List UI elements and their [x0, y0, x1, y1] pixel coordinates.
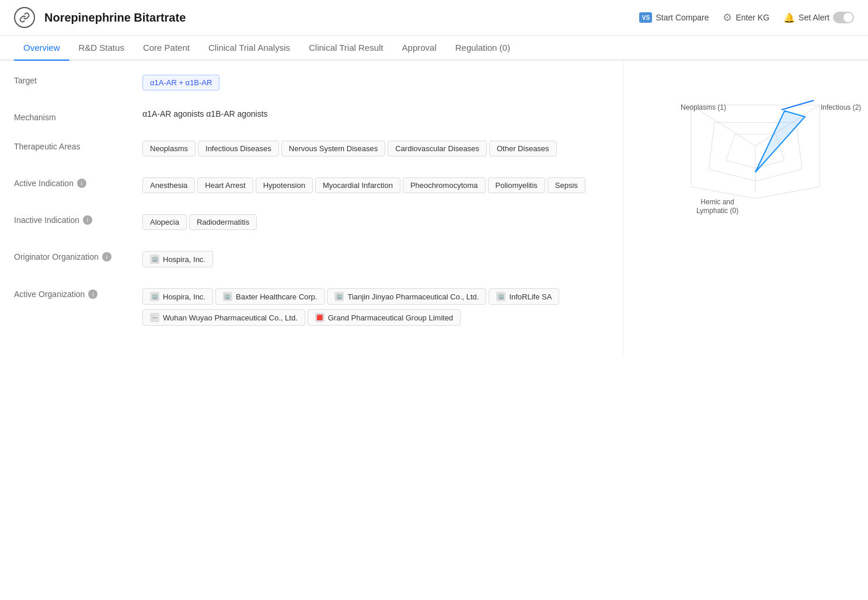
tab-overview[interactable]: Overview	[14, 36, 69, 61]
org-icon-3: 🏢	[334, 292, 344, 301]
org-wuhan: — Wuhan Wuyao Pharmaceutical Co., Ltd.	[142, 309, 305, 326]
org-icon-4: 🏢	[496, 292, 506, 301]
tag-cardiovascular: Cardiovascular Diseases	[388, 141, 487, 156]
active-org-row: Active Organization i 🏢 Hospira, Inc. 🏢 …	[14, 286, 609, 328]
target-row: Target α1A-AR + α1B-AR	[14, 72, 609, 93]
tag-nervous-system: Nervous System Diseases	[281, 141, 385, 156]
radar-svg: Neoplasms (1) Infectious (2) Hemic and L…	[633, 70, 868, 222]
originator-org-value: 🏢 Hospira, Inc.	[142, 249, 609, 270]
org-baxter: 🏢 Baxter Healthcare Corp.	[215, 288, 325, 305]
active-org-value: 🏢 Hospira, Inc. 🏢 Baxter Healthcare Corp…	[142, 286, 609, 328]
tabs-bar: Overview R&D Status Core Patent Clinical…	[0, 36, 868, 61]
tag-myocardial-infarction: Myocardial Infarction	[315, 177, 400, 193]
org-hospira-originator: 🏢 Hospira, Inc.	[142, 251, 213, 267]
tab-rd-status[interactable]: R&D Status	[69, 36, 134, 61]
tag-infectious-diseases: Infectious Diseases	[198, 141, 279, 156]
tag-hypotension: Hypotension	[256, 177, 313, 193]
radar-label-neoplasms: Neoplasms (1)	[681, 103, 726, 111]
org-icon-2: 🏢	[223, 292, 232, 301]
org-icon: 🏢	[150, 254, 159, 264]
inactive-indication-label: Inactive Indication i	[14, 212, 142, 225]
active-org-label: Active Organization i	[14, 286, 142, 299]
inactive-indication-row: Inactive Indication i Alopecia Radioderm…	[14, 212, 609, 232]
compare-icon: VS	[639, 12, 652, 23]
svg-marker-6	[755, 111, 805, 172]
mechanism-row: Mechanism α1A-AR agonists α1B-AR agonist…	[14, 109, 609, 122]
mechanism-label: Mechanism	[14, 109, 142, 122]
org-hospira-active: 🏢 Hospira, Inc.	[142, 288, 213, 305]
kg-icon: ⚙	[723, 11, 732, 24]
enter-kg-button[interactable]: ⚙ Enter KG	[723, 11, 769, 24]
tab-regulation[interactable]: Regulation (0)	[446, 36, 520, 61]
tag-poliomyelitis: Poliomyelitis	[488, 177, 545, 193]
tag-sepsis: Sepsis	[548, 177, 585, 193]
header-actions: VS Start Compare ⚙ Enter KG 🔔 Set Alert	[639, 11, 854, 24]
start-compare-button[interactable]: VS Start Compare	[639, 12, 709, 23]
org-grand-pharma: 🟥 Grand Pharmaceutical Group Limited	[308, 309, 461, 326]
therapeutic-areas-label: Therapeutic Areas	[14, 138, 142, 151]
tab-clinical-trial-analysis[interactable]: Clinical Trial Analysis	[199, 36, 299, 61]
active-indication-value: Anesthesia Heart Arrest Hypotension Myoc…	[142, 175, 609, 196]
org-inforlife: 🏢 InfoRLife SA	[489, 288, 559, 305]
therapeutic-areas-row: Therapeutic Areas Neoplasms Infectious D…	[14, 138, 609, 159]
radar-label-lymphatic: Lymphatic (0)	[696, 207, 738, 215]
main-info: Target α1A-AR + α1B-AR Mechanism α1A-AR …	[0, 61, 623, 356]
org-icon-1: 🏢	[150, 292, 159, 301]
tab-core-patent[interactable]: Core Patent	[134, 36, 199, 61]
target-value: α1A-AR + α1B-AR	[142, 72, 609, 93]
originator-org-label: Originator Organization i	[14, 249, 142, 261]
inactive-indication-value: Alopecia Radiodermatitis	[142, 212, 609, 232]
drug-title: Norepinephrine Bitartrate	[44, 11, 630, 25]
content-area: Target α1A-AR + α1B-AR Mechanism α1A-AR …	[0, 61, 868, 356]
radar-panel: Neoplasms (1) Infectious (2) Hemic and L…	[623, 61, 868, 356]
header: Norepinephrine Bitartrate VS Start Compa…	[0, 0, 868, 36]
drug-icon	[14, 7, 35, 28]
target-label: Target	[14, 72, 142, 85]
tag-alopecia: Alopecia	[142, 214, 187, 230]
active-indication-info-icon[interactable]: i	[77, 179, 86, 188]
tab-clinical-trial-result[interactable]: Clinical Trial Result	[299, 36, 393, 61]
tag-pheochromocytoma: Pheochromocytoma	[403, 177, 486, 193]
tag-heart-arrest: Heart Arrest	[197, 177, 253, 193]
active-indication-label: Active Indication i	[14, 175, 142, 188]
tag-anesthesia: Anesthesia	[142, 177, 195, 193]
alert-icon: 🔔	[783, 12, 795, 23]
originator-org-row: Originator Organization i 🏢 Hospira, Inc…	[14, 249, 609, 270]
active-indication-row: Active Indication i Anesthesia Heart Arr…	[14, 175, 609, 196]
mechanism-value: α1A-AR agonists α1B-AR agonists	[142, 109, 609, 118]
tag-neoplasms: Neoplasms	[142, 141, 196, 156]
org-icon-5: —	[150, 313, 159, 322]
tab-approval[interactable]: Approval	[393, 36, 446, 61]
org-icon-6: 🟥	[315, 313, 325, 322]
inactive-indication-info-icon[interactable]: i	[83, 215, 92, 225]
active-org-info-icon[interactable]: i	[88, 289, 97, 299]
org-tianjin: 🏢 Tianjin Jinyao Pharmaceutical Co., Ltd…	[327, 288, 486, 305]
tag-other-diseases: Other Diseases	[489, 141, 557, 156]
target-tag: α1A-AR + α1B-AR	[142, 75, 219, 90]
therapeutic-areas-value: Neoplasms Infectious Diseases Nervous Sy…	[142, 138, 609, 159]
originator-org-info-icon[interactable]: i	[102, 252, 111, 261]
alert-toggle[interactable]	[833, 12, 854, 23]
radar-chart: Neoplasms (1) Infectious (2) Hemic and L…	[633, 70, 859, 222]
radar-label-infectious: Infectious (2)	[821, 103, 861, 111]
radar-label-hemic: Hemic and	[700, 198, 734, 206]
set-alert-button[interactable]: 🔔 Set Alert	[783, 12, 854, 23]
tag-radiodermatitis: Radiodermatitis	[189, 214, 257, 230]
